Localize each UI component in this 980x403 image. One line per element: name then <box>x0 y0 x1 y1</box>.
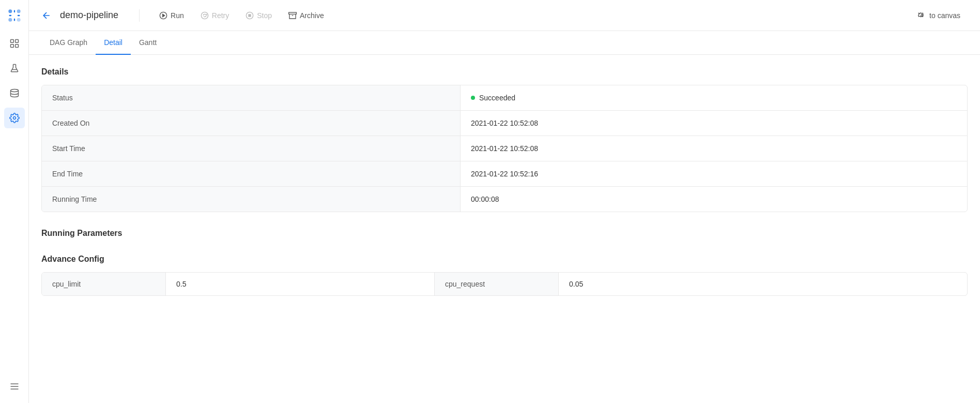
svg-rect-9 <box>15 40 18 43</box>
svg-point-3 <box>17 18 20 22</box>
status-value: Succeeded <box>461 85 967 110</box>
config-val-cpu-limit: 0.5 <box>166 273 435 295</box>
details-title: Details <box>41 67 968 77</box>
svg-rect-5 <box>13 10 14 13</box>
sidebar-bottom <box>4 376 25 397</box>
app-logo[interactable] <box>5 6 24 25</box>
svg-rect-10 <box>10 44 13 48</box>
header-divider <box>139 9 140 22</box>
svg-rect-8 <box>10 40 13 43</box>
details-table: Status Succeeded Created On 202 <box>41 85 968 212</box>
tab-gantt[interactable]: Gantt <box>131 31 165 55</box>
svg-rect-4 <box>9 15 11 16</box>
header-actions: Run Retry Stop <box>152 8 331 23</box>
retry-icon <box>201 11 209 20</box>
created-on-label: Created On <box>42 111 461 136</box>
archive-button[interactable]: Archive <box>281 8 331 23</box>
stop-icon <box>246 11 254 20</box>
to-canvas-button[interactable]: to canvas <box>911 8 968 23</box>
sidebar-item-menu[interactable] <box>4 376 25 397</box>
config-key-cpu-request: cpu_request <box>435 273 559 295</box>
svg-rect-22 <box>249 14 251 17</box>
svg-point-2 <box>8 18 12 22</box>
running-params-title: Running Parameters <box>41 229 968 238</box>
config-key-cpu-limit: cpu_limit <box>42 273 166 295</box>
tab-dag-graph[interactable]: DAG Graph <box>41 31 96 55</box>
svg-rect-7 <box>13 19 14 21</box>
end-time-value: 2021-01-22 10:52:16 <box>461 161 967 186</box>
svg-marker-19 <box>163 14 165 17</box>
svg-rect-23 <box>289 12 297 14</box>
header: demo-pipeline Run Retry <box>29 0 980 31</box>
main-content: demo-pipeline Run Retry <box>29 0 980 403</box>
gear-icon <box>9 113 20 123</box>
running-time-value: 00:00:08 <box>461 187 967 212</box>
run-icon <box>159 11 167 20</box>
running-params-section: Running Parameters <box>41 229 968 238</box>
table-row: cpu_limit 0.5 cpu_request 0.05 <box>42 273 967 295</box>
svg-rect-6 <box>17 15 20 16</box>
sidebar-item-experiment[interactable] <box>4 58 25 79</box>
table-row: Status Succeeded <box>42 85 967 111</box>
tabs-bar: DAG Graph Detail Gantt <box>29 31 980 55</box>
menu-icon <box>9 381 20 392</box>
status-dot <box>471 96 475 100</box>
sidebar-item-data[interactable] <box>4 83 25 103</box>
created-on-value: 2021-01-22 10:52:08 <box>461 111 967 136</box>
config-table: cpu_limit 0.5 cpu_request 0.05 <box>41 272 968 296</box>
sidebar-item-dashboard[interactable] <box>4 33 25 54</box>
tab-detail[interactable]: Detail <box>96 31 131 55</box>
pipeline-title: demo-pipeline <box>60 10 118 21</box>
table-row: End Time 2021-01-22 10:52:16 <box>42 161 967 187</box>
content-area: Details Status Succeeded <box>29 55 980 403</box>
advance-config-section: Advance Config cpu_limit 0.5 cpu_request <box>41 255 968 296</box>
to-canvas-icon <box>918 11 926 20</box>
table-row: Start Time 2021-01-22 10:52:08 <box>42 136 967 161</box>
sidebar <box>0 0 29 403</box>
end-time-label: End Time <box>42 161 461 186</box>
start-time-value: 2021-01-22 10:52:08 <box>461 136 967 161</box>
stop-button[interactable]: Stop <box>238 8 279 23</box>
app-layout: demo-pipeline Run Retry <box>0 0 980 403</box>
running-time-label: Running Time <box>42 187 461 212</box>
archive-icon <box>288 11 297 20</box>
flask-icon <box>9 63 20 73</box>
svg-point-1 <box>17 9 20 13</box>
sidebar-item-settings[interactable] <box>4 108 25 128</box>
details-section: Details Status Succeeded <box>41 67 968 212</box>
svg-point-0 <box>8 9 12 13</box>
table-row: Running Time 00:00:08 <box>42 187 967 212</box>
retry-button[interactable]: Retry <box>193 8 236 23</box>
config-val-cpu-request: 0.05 <box>559 273 967 295</box>
layers-icon <box>9 88 20 98</box>
table-row: Created On 2021-01-22 10:52:08 <box>42 111 967 136</box>
dashboard-icon <box>9 38 20 49</box>
status-label: Status <box>42 85 461 110</box>
svg-rect-11 <box>15 44 18 48</box>
run-button[interactable]: Run <box>152 8 191 23</box>
back-button[interactable] <box>41 10 52 21</box>
advance-config-title: Advance Config <box>41 255 968 264</box>
back-arrow-icon <box>41 10 52 21</box>
svg-point-14 <box>13 117 16 120</box>
start-time-label: Start Time <box>42 136 461 161</box>
svg-point-13 <box>10 89 18 92</box>
svg-point-25 <box>921 14 923 17</box>
